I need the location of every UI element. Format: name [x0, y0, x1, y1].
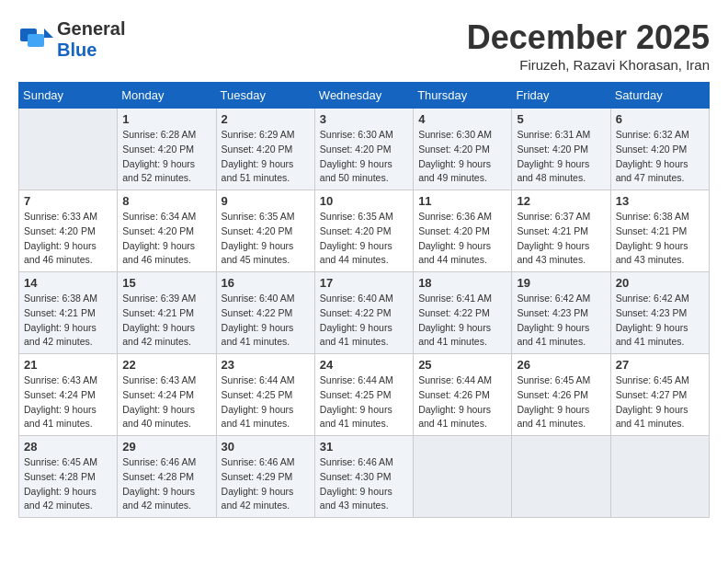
- day-number: 15: [122, 276, 210, 290]
- day-info: Sunrise: 6:41 AMSunset: 4:22 PMDaylight:…: [418, 292, 506, 350]
- calendar-day-cell: 9Sunrise: 6:35 AMSunset: 4:20 PMDaylight…: [216, 190, 314, 272]
- calendar-day-cell: 4Sunrise: 6:30 AMSunset: 4:20 PMDaylight…: [414, 109, 512, 190]
- calendar-day-cell: 25Sunrise: 6:44 AMSunset: 4:26 PMDayligh…: [414, 354, 512, 436]
- logo: General Blue: [18, 18, 125, 61]
- weekday-header: Saturday: [610, 83, 709, 109]
- day-number: 6: [616, 112, 704, 126]
- day-number: 25: [418, 358, 506, 372]
- calendar-day-cell: 6Sunrise: 6:32 AMSunset: 4:20 PMDaylight…: [610, 109, 709, 190]
- day-number: 29: [122, 440, 210, 454]
- calendar-table: SundayMondayTuesdayWednesdayThursdayFrid…: [18, 82, 710, 518]
- day-info: Sunrise: 6:44 AMSunset: 4:26 PMDaylight:…: [418, 373, 506, 431]
- calendar-day-cell: 26Sunrise: 6:45 AMSunset: 4:26 PMDayligh…: [512, 354, 610, 436]
- calendar-day-cell: 19Sunrise: 6:42 AMSunset: 4:23 PMDayligh…: [512, 272, 610, 354]
- day-info: Sunrise: 6:35 AMSunset: 4:20 PMDaylight:…: [320, 210, 408, 268]
- day-number: 19: [517, 276, 605, 290]
- weekday-header: Sunday: [19, 83, 118, 109]
- weekday-header: Friday: [512, 83, 610, 109]
- day-info: Sunrise: 6:38 AMSunset: 4:21 PMDaylight:…: [24, 292, 112, 350]
- calendar-day-cell: 1Sunrise: 6:28 AMSunset: 4:20 PMDaylight…: [118, 109, 216, 190]
- day-info: Sunrise: 6:44 AMSunset: 4:25 PMDaylight:…: [320, 373, 408, 431]
- day-number: 16: [222, 276, 310, 290]
- day-info: Sunrise: 6:45 AMSunset: 4:27 PMDaylight:…: [616, 373, 704, 431]
- day-number: 21: [24, 358, 112, 372]
- day-info: Sunrise: 6:40 AMSunset: 4:22 PMDaylight:…: [222, 292, 310, 350]
- day-number: 14: [24, 276, 112, 290]
- day-number: 12: [517, 194, 605, 208]
- day-number: 23: [222, 358, 310, 372]
- calendar-day-cell: 15Sunrise: 6:39 AMSunset: 4:21 PMDayligh…: [118, 272, 216, 354]
- day-info: Sunrise: 6:32 AMSunset: 4:20 PMDaylight:…: [616, 128, 704, 186]
- calendar-day-cell: 27Sunrise: 6:45 AMSunset: 4:27 PMDayligh…: [610, 354, 709, 436]
- calendar-day-cell: 11Sunrise: 6:36 AMSunset: 4:20 PMDayligh…: [414, 190, 512, 272]
- day-number: 22: [122, 358, 210, 372]
- calendar-day-cell: 5Sunrise: 6:31 AMSunset: 4:20 PMDaylight…: [512, 109, 610, 190]
- day-number: 5: [517, 112, 605, 126]
- calendar-day-cell: 21Sunrise: 6:43 AMSunset: 4:24 PMDayligh…: [19, 354, 118, 436]
- day-number: 1: [122, 112, 210, 126]
- day-number: 18: [418, 276, 506, 290]
- weekday-header: Thursday: [414, 83, 512, 109]
- day-info: Sunrise: 6:34 AMSunset: 4:20 PMDaylight:…: [122, 210, 210, 268]
- day-number: 17: [320, 276, 408, 290]
- day-info: Sunrise: 6:29 AMSunset: 4:20 PMDaylight:…: [222, 128, 310, 186]
- calendar-day-cell: 3Sunrise: 6:30 AMSunset: 4:20 PMDaylight…: [314, 109, 413, 190]
- calendar-day-cell: 17Sunrise: 6:40 AMSunset: 4:22 PMDayligh…: [314, 272, 413, 354]
- calendar-day-cell: 10Sunrise: 6:35 AMSunset: 4:20 PMDayligh…: [314, 190, 413, 272]
- day-info: Sunrise: 6:44 AMSunset: 4:25 PMDaylight:…: [222, 373, 310, 431]
- svg-marker-2: [44, 29, 53, 38]
- day-info: Sunrise: 6:43 AMSunset: 4:24 PMDaylight:…: [24, 373, 112, 431]
- day-number: 31: [320, 440, 408, 454]
- day-number: 20: [616, 276, 704, 290]
- day-number: 10: [320, 194, 408, 208]
- day-info: Sunrise: 6:31 AMSunset: 4:20 PMDaylight:…: [517, 128, 605, 186]
- day-info: Sunrise: 6:45 AMSunset: 4:28 PMDaylight:…: [24, 455, 112, 513]
- calendar-week-row: 21Sunrise: 6:43 AMSunset: 4:24 PMDayligh…: [19, 354, 710, 436]
- day-number: 27: [616, 358, 704, 372]
- day-number: 24: [320, 358, 408, 372]
- day-info: Sunrise: 6:30 AMSunset: 4:20 PMDaylight:…: [320, 128, 408, 186]
- location-subtitle: Firuzeh, Razavi Khorasan, Iran: [467, 57, 710, 73]
- logo-text: General Blue: [57, 18, 125, 61]
- day-number: 13: [616, 194, 704, 208]
- weekday-header: Tuesday: [216, 83, 314, 109]
- day-info: Sunrise: 6:30 AMSunset: 4:20 PMDaylight:…: [418, 128, 506, 186]
- day-number: 30: [222, 440, 310, 454]
- day-info: Sunrise: 6:42 AMSunset: 4:23 PMDaylight:…: [616, 292, 704, 350]
- day-number: 3: [320, 112, 408, 126]
- calendar-week-row: 1Sunrise: 6:28 AMSunset: 4:20 PMDaylight…: [19, 109, 710, 190]
- calendar-day-cell: [512, 436, 610, 518]
- day-info: Sunrise: 6:39 AMSunset: 4:21 PMDaylight:…: [122, 292, 210, 350]
- calendar-day-cell: 24Sunrise: 6:44 AMSunset: 4:25 PMDayligh…: [314, 354, 413, 436]
- month-title: December 2025: [467, 18, 710, 57]
- svg-rect-1: [28, 34, 44, 47]
- day-info: Sunrise: 6:35 AMSunset: 4:20 PMDaylight:…: [222, 210, 310, 268]
- calendar-day-cell: 20Sunrise: 6:42 AMSunset: 4:23 PMDayligh…: [610, 272, 709, 354]
- title-block: December 2025 Firuzeh, Razavi Khorasan, …: [467, 18, 710, 73]
- calendar-day-cell: 12Sunrise: 6:37 AMSunset: 4:21 PMDayligh…: [512, 190, 610, 272]
- calendar-week-row: 7Sunrise: 6:33 AMSunset: 4:20 PMDaylight…: [19, 190, 710, 272]
- day-info: Sunrise: 6:46 AMSunset: 4:29 PMDaylight:…: [222, 455, 310, 513]
- day-number: 28: [24, 440, 112, 454]
- calendar-day-cell: 29Sunrise: 6:46 AMSunset: 4:28 PMDayligh…: [118, 436, 216, 518]
- day-info: Sunrise: 6:46 AMSunset: 4:30 PMDaylight:…: [320, 455, 408, 513]
- day-info: Sunrise: 6:33 AMSunset: 4:20 PMDaylight:…: [24, 210, 112, 268]
- day-info: Sunrise: 6:38 AMSunset: 4:21 PMDaylight:…: [616, 210, 704, 268]
- day-info: Sunrise: 6:28 AMSunset: 4:20 PMDaylight:…: [122, 128, 210, 186]
- day-number: 9: [222, 194, 310, 208]
- day-number: 4: [418, 112, 506, 126]
- day-info: Sunrise: 6:43 AMSunset: 4:24 PMDaylight:…: [122, 373, 210, 431]
- day-number: 2: [222, 112, 310, 126]
- calendar-day-cell: 8Sunrise: 6:34 AMSunset: 4:20 PMDaylight…: [118, 190, 216, 272]
- weekday-header-row: SundayMondayTuesdayWednesdayThursdayFrid…: [19, 83, 710, 109]
- day-info: Sunrise: 6:46 AMSunset: 4:28 PMDaylight:…: [122, 455, 210, 513]
- day-info: Sunrise: 6:42 AMSunset: 4:23 PMDaylight:…: [517, 292, 605, 350]
- calendar-day-cell: 31Sunrise: 6:46 AMSunset: 4:30 PMDayligh…: [314, 436, 413, 518]
- logo-icon: [18, 25, 53, 54]
- calendar-day-cell: 30Sunrise: 6:46 AMSunset: 4:29 PMDayligh…: [216, 436, 314, 518]
- day-info: Sunrise: 6:36 AMSunset: 4:20 PMDaylight:…: [418, 210, 506, 268]
- day-info: Sunrise: 6:37 AMSunset: 4:21 PMDaylight:…: [517, 210, 605, 268]
- calendar-day-cell: 16Sunrise: 6:40 AMSunset: 4:22 PMDayligh…: [216, 272, 314, 354]
- calendar-day-cell: 23Sunrise: 6:44 AMSunset: 4:25 PMDayligh…: [216, 354, 314, 436]
- calendar-day-cell: [414, 436, 512, 518]
